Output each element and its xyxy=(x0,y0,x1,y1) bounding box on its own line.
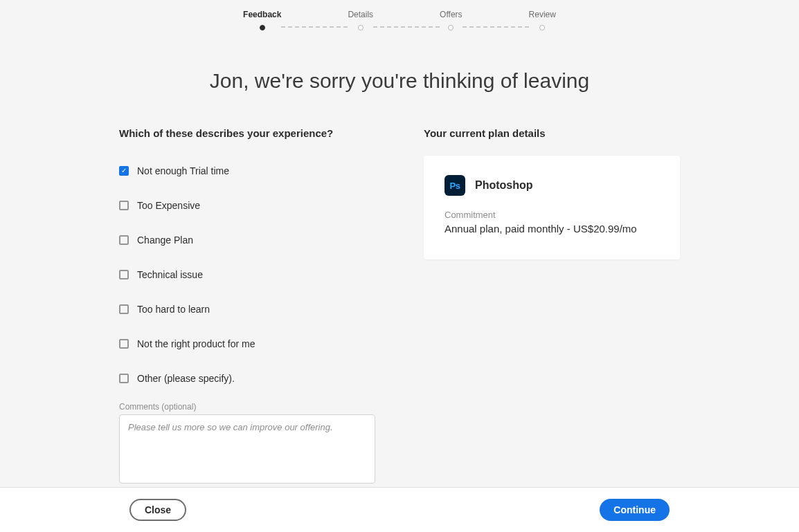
option-label: Too Expensive xyxy=(137,200,200,211)
content-area: Which of these describes your experience… xyxy=(0,127,799,486)
option-label: Not the right product for me xyxy=(137,338,255,349)
feedback-column: Which of these describes your experience… xyxy=(119,127,375,486)
step-connector xyxy=(373,26,440,28)
plan-card: Ps Photoshop Commitment Annual plan, pai… xyxy=(424,156,680,259)
step-dot-icon xyxy=(260,25,265,30)
plan-heading: Your current plan details xyxy=(424,127,680,139)
checkbox-icon: ✓ xyxy=(119,235,129,245)
option-not-enough-trial[interactable]: ✓ Not enough Trial time xyxy=(119,165,375,176)
step-details: Details xyxy=(348,10,373,30)
footer-bar: Close Continue xyxy=(0,487,799,532)
step-connector xyxy=(463,26,529,28)
step-offers: Offers xyxy=(440,10,462,30)
step-review: Review xyxy=(529,10,556,30)
option-label: Not enough Trial time xyxy=(137,165,229,176)
comments-field[interactable] xyxy=(119,414,375,484)
option-not-right-product[interactable]: ✓ Not the right product for me xyxy=(119,338,375,349)
option-technical-issue[interactable]: ✓ Technical issue xyxy=(119,269,375,280)
step-dot-icon xyxy=(358,25,363,30)
close-button[interactable]: Close xyxy=(129,499,186,521)
option-label: Too hard to learn xyxy=(137,304,210,315)
option-label: Other (please specify). xyxy=(137,373,235,384)
step-label: Review xyxy=(529,10,556,19)
product-row: Ps Photoshop xyxy=(445,175,659,196)
checkbox-icon: ✓ xyxy=(119,270,129,279)
question-heading: Which of these describes your experience… xyxy=(119,127,375,139)
commitment-label: Commitment xyxy=(445,210,659,220)
option-label: Change Plan xyxy=(137,235,193,246)
checkbox-icon: ✓ xyxy=(119,374,129,383)
product-name: Photoshop xyxy=(475,179,533,192)
checkbox-icon: ✓ xyxy=(119,201,129,210)
page-title: Jon, we're sorry you're thinking of leav… xyxy=(0,69,799,93)
option-too-expensive[interactable]: ✓ Too Expensive xyxy=(119,200,375,211)
step-feedback: Feedback xyxy=(243,10,281,30)
plan-column: Your current plan details Ps Photoshop C… xyxy=(424,127,680,486)
check-icon: ✓ xyxy=(121,167,127,174)
option-too-hard[interactable]: ✓ Too hard to learn xyxy=(119,304,375,315)
commitment-value: Annual plan, paid monthly - US$20.99/mo xyxy=(445,223,659,235)
photoshop-icon: Ps xyxy=(445,175,465,196)
step-dot-icon xyxy=(448,25,454,30)
step-label: Feedback xyxy=(243,10,281,19)
continue-button[interactable]: Continue xyxy=(600,499,670,521)
checkbox-icon: ✓ xyxy=(119,166,129,176)
option-other[interactable]: ✓ Other (please specify). xyxy=(119,373,375,384)
checkbox-icon: ✓ xyxy=(119,339,129,349)
step-connector xyxy=(281,26,348,28)
step-dot-icon xyxy=(539,25,545,30)
step-label: Details xyxy=(348,10,373,19)
option-change-plan[interactable]: ✓ Change Plan xyxy=(119,235,375,246)
step-label: Offers xyxy=(440,10,462,19)
checkbox-icon: ✓ xyxy=(119,304,129,314)
stepper: Feedback Details Offers Review xyxy=(0,0,799,30)
option-label: Technical issue xyxy=(137,269,203,280)
comments-label: Comments (optional) xyxy=(119,402,375,412)
